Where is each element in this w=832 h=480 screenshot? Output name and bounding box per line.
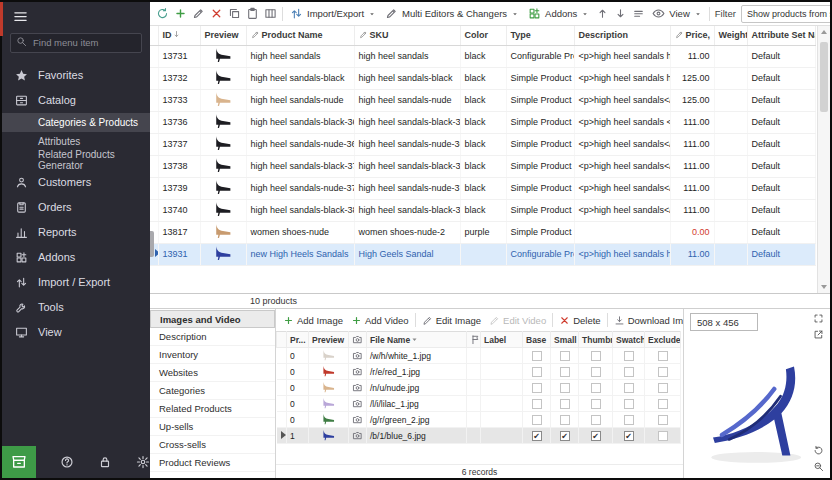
file-name-cell[interactable]: /r/e/red_1.jpg [367, 364, 467, 380]
sidebar-item-related-products-generator[interactable]: Related Products Generator [2, 151, 150, 170]
add-product-icon[interactable] [174, 7, 187, 20]
label-cell[interactable] [481, 396, 523, 412]
column-sku[interactable]: SKU [354, 26, 460, 45]
sidebar-item-catalog[interactable]: Catalog [2, 88, 150, 113]
refresh-image-icon[interactable] [813, 445, 824, 456]
fullscreen-icon[interactable] [813, 313, 824, 324]
base-checkbox[interactable] [532, 383, 542, 393]
price-cell[interactable]: 11.00 [670, 243, 714, 265]
product-row-13738[interactable]: 13738high heel sandals-black-37high heel… [150, 155, 815, 177]
column-description[interactable]: Description [574, 26, 670, 45]
product-name-cell[interactable]: women shoes-nude [246, 221, 354, 243]
price-cell[interactable]: 125.00 [670, 89, 714, 111]
label-cell[interactable] [481, 364, 523, 380]
small-checkbox[interactable] [560, 383, 570, 393]
label-cell[interactable] [481, 428, 523, 444]
priority-cell[interactable]: 0 [287, 412, 309, 428]
paste-icon[interactable] [246, 7, 259, 20]
column-color[interactable]: Color [460, 26, 506, 45]
add-image-button[interactable]: Add Image [281, 315, 345, 326]
exclude-checkbox[interactable] [658, 431, 668, 441]
product-row-13740[interactable]: 13740high heel sandals-black-38high heel… [150, 199, 815, 221]
description-cell[interactable]: <p>high heel sandals</p> [574, 199, 670, 221]
product-row-13739[interactable]: 13739high heel sandals-nude-37high heel … [150, 177, 815, 199]
product-name-cell[interactable]: high heel sandals [246, 45, 354, 67]
help-icon[interactable] [60, 455, 74, 469]
grid-scrollbar[interactable] [817, 26, 830, 293]
tab-images-and-video[interactable]: Images and Video [150, 310, 275, 328]
description-cell[interactable]: <p>high heel sandals high heel sandals</… [574, 243, 670, 265]
zoom-icon[interactable] [813, 461, 824, 472]
description-cell[interactable]: <p>high heel sandals</p> [574, 89, 670, 111]
sidebar-item-categories-products[interactable]: Categories & Products [2, 113, 150, 132]
product-row-13817[interactable]: 13817women shoes-nudewomen shoes-nude-2p… [150, 221, 815, 243]
image-row-n-u-nude-jpg[interactable]: 0/n/u/nude.jpg [277, 380, 681, 396]
list-options-icon[interactable] [632, 7, 645, 20]
column-weight[interactable]: Weight [714, 26, 747, 45]
edit-image-button[interactable]: Edit Image [420, 315, 483, 326]
column-price[interactable]: Price, [670, 26, 714, 45]
sort-ascending-icon[interactable] [596, 7, 609, 20]
sku-cell[interactable]: high heel sandals-nude-36 [354, 133, 460, 155]
label-cell[interactable] [481, 348, 523, 364]
view-button[interactable]: View [650, 5, 703, 22]
small-checkbox[interactable] [560, 351, 570, 361]
sidebar-item-orders[interactable]: Orders [2, 195, 150, 220]
description-cell[interactable] [574, 221, 670, 243]
base-checkbox[interactable] [532, 415, 542, 425]
product-row-13733[interactable]: 13733high heel sandals-nudehigh heel san… [150, 89, 815, 111]
base-checkbox[interactable] [532, 367, 542, 377]
tab-inventory[interactable]: Inventory [150, 346, 275, 364]
sidebar-item-customers[interactable]: Customers [2, 170, 150, 195]
settings-icon[interactable] [136, 455, 150, 469]
priority-cell[interactable]: 0 [287, 364, 309, 380]
sku-cell[interactable]: high heel sandals [354, 45, 460, 67]
tab-categories[interactable]: Categories [150, 382, 275, 400]
sidebar-item-tools[interactable]: Tools [2, 295, 150, 320]
image-row-w-h-white-1-jpg[interactable]: 0/w/h/white_1.jpg [277, 348, 681, 364]
label-cell[interactable] [481, 412, 523, 428]
tab-description[interactable]: Description [150, 328, 275, 346]
base-checkbox[interactable]: ✔ [532, 431, 542, 441]
product-row-13931[interactable]: 13931new High Heels SandalsHigh Geels Sa… [150, 243, 815, 265]
img-column-pr[interactable]: Pr... [287, 332, 309, 348]
sku-cell[interactable]: High Geels Sandal [354, 243, 460, 265]
description-cell[interactable]: <p>high heel sandals</p> [574, 177, 670, 199]
swatch-checkbox[interactable] [624, 383, 634, 393]
sidebar-item-import-export[interactable]: Import / Export [2, 270, 150, 295]
thumbnail-checkbox[interactable] [591, 399, 601, 409]
tab-up-sells[interactable]: Up-sells [150, 418, 275, 436]
price-cell[interactable]: 111.00 [670, 177, 714, 199]
exclude-checkbox[interactable] [658, 367, 668, 377]
product-name-cell[interactable]: high heel sandals-nude-37 [246, 177, 354, 199]
scroll-up-icon[interactable] [818, 26, 830, 38]
tab-product-reviews[interactable]: Product Reviews [150, 454, 275, 472]
column-product-name[interactable]: Product Name [246, 26, 354, 45]
price-cell[interactable]: 0.00 [670, 221, 714, 243]
column-type[interactable]: Type [506, 26, 574, 45]
columns-icon[interactable] [264, 7, 277, 20]
import-export-button[interactable]: Import/Export [288, 5, 378, 22]
sidebar-item-addons[interactable]: Addons [2, 245, 150, 270]
lock-icon[interactable] [98, 455, 112, 469]
image-row-b-1-blue-6-jpg[interactable]: 1/b/1/blue_6.jpg✔✔✔✔ [277, 428, 681, 444]
file-name-cell[interactable]: /b/1/blue_6.jpg [367, 428, 467, 444]
swatch-checkbox[interactable]: ✔ [624, 431, 634, 441]
sidebar-item-attributes[interactable]: Attributes [2, 132, 150, 151]
copy-icon[interactable] [228, 7, 241, 20]
sku-cell[interactable]: high heel sandals-black-37 [354, 155, 460, 177]
menu-icon[interactable] [13, 9, 28, 24]
img-column-file-name[interactable]: File Name [367, 332, 467, 348]
sku-cell[interactable]: high heel sandals-black [354, 67, 460, 89]
img-column-preview[interactable]: Preview [309, 332, 349, 348]
swatch-checkbox[interactable] [624, 367, 634, 377]
tab-websites[interactable]: Websites [150, 364, 275, 382]
row-expander-icon[interactable] [281, 431, 287, 439]
small-checkbox[interactable] [560, 399, 570, 409]
small-checkbox[interactable] [560, 367, 570, 377]
img-column-thumbna[interactable]: Thumbna [579, 332, 613, 348]
img-column-base[interactable]: Base [523, 332, 551, 348]
multi-editors-button[interactable]: Multi Editors & Changers [383, 5, 521, 22]
description-cell[interactable]: <p>high heel sandals high heel sandals</… [574, 45, 670, 67]
addons-button[interactable]: Addons [526, 5, 591, 22]
